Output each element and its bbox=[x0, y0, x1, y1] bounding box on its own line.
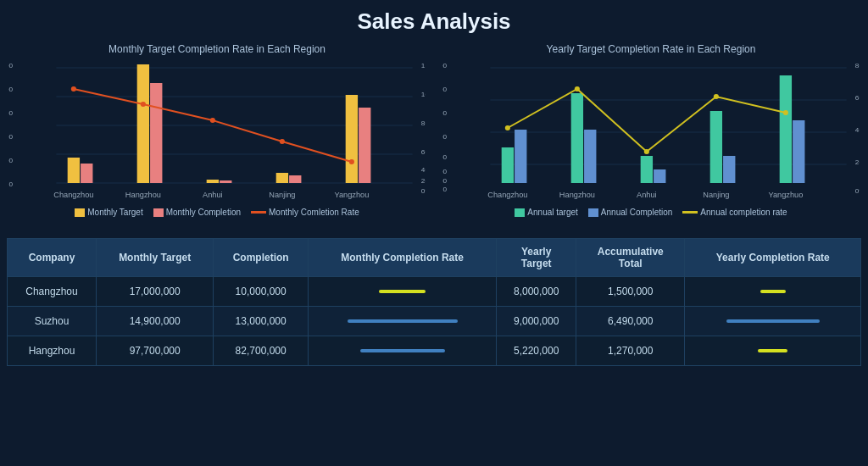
svg-text:80000000: 80000000 bbox=[8, 86, 14, 93]
svg-text:20000000: 20000000 bbox=[8, 157, 14, 164]
svg-text:20%: 20% bbox=[855, 158, 860, 166]
svg-point-67 bbox=[644, 149, 649, 154]
cell-monthly-target: 17,000,000 bbox=[96, 277, 213, 307]
svg-text:100000000: 100000000 bbox=[8, 62, 14, 69]
legend-monthly-rate: Monthly Comletion Rate bbox=[251, 208, 359, 217]
svg-rect-26 bbox=[346, 95, 358, 183]
svg-text:80%: 80% bbox=[421, 119, 426, 127]
svg-text:2000000: 2000000 bbox=[442, 177, 448, 185]
data-table: Company Monthly Target Completion Monthl… bbox=[0, 238, 868, 366]
svg-text:0%: 0% bbox=[421, 187, 426, 195]
cell-yearly-target: 5,220,000 bbox=[497, 336, 576, 366]
svg-point-28 bbox=[71, 86, 76, 92]
svg-rect-61 bbox=[710, 111, 722, 183]
svg-point-69 bbox=[783, 110, 788, 115]
svg-rect-21 bbox=[150, 83, 162, 183]
svg-point-66 bbox=[575, 86, 580, 92]
cell-completion: 10,000,000 bbox=[214, 277, 308, 307]
svg-text:6000000: 6000000 bbox=[442, 153, 448, 161]
svg-text:80%: 80% bbox=[855, 62, 860, 69]
col-completion: Completion bbox=[214, 239, 308, 277]
svg-text:40%: 40% bbox=[421, 166, 426, 174]
svg-text:Hangzhou: Hangzhou bbox=[125, 191, 161, 199]
cell-monthly-rate-bar bbox=[308, 307, 496, 336]
cell-yearly-rate-bar bbox=[685, 307, 861, 336]
svg-text:Nanjing: Nanjing bbox=[269, 191, 295, 199]
svg-rect-57 bbox=[571, 93, 583, 183]
page-title: Sales Analysis bbox=[0, 0, 868, 39]
cell-accumulative: 1,270,000 bbox=[576, 336, 685, 366]
cell-monthly-rate-bar bbox=[308, 277, 496, 307]
svg-rect-27 bbox=[359, 108, 370, 183]
right-chart-area: 14000000 12000000 10000000 8000000 60000… bbox=[442, 58, 860, 206]
cell-monthly-target: 97,700,000 bbox=[96, 336, 213, 366]
svg-point-32 bbox=[349, 159, 354, 164]
col-monthly-rate: Monthly Completion Rate bbox=[308, 239, 496, 277]
cell-company: Suzhou bbox=[8, 307, 97, 336]
svg-text:60000000: 60000000 bbox=[8, 109, 14, 117]
svg-text:10000000: 10000000 bbox=[442, 109, 448, 117]
svg-text:14000000: 14000000 bbox=[442, 62, 448, 69]
svg-text:Changzhou: Changzhou bbox=[487, 191, 527, 199]
svg-rect-25 bbox=[289, 175, 301, 183]
svg-text:Changzhou: Changzhou bbox=[53, 191, 93, 199]
svg-point-29 bbox=[141, 102, 146, 107]
svg-text:8000000: 8000000 bbox=[442, 133, 448, 141]
cell-monthly-target: 14,900,000 bbox=[96, 307, 213, 336]
svg-text:120%: 120% bbox=[421, 62, 426, 69]
left-chart-title: Monthly Target Completion Rate in Each R… bbox=[8, 43, 426, 55]
table-row: Suzhou 14,900,000 13,000,000 9,000,000 6… bbox=[8, 307, 861, 336]
svg-rect-58 bbox=[584, 130, 596, 183]
left-chart: Monthly Target Completion Rate in Each R… bbox=[0, 39, 434, 238]
col-company: Company bbox=[8, 239, 97, 277]
right-chart-title: Yearly Target Completion Rate in Each Re… bbox=[442, 43, 860, 55]
cell-yearly-target: 9,000,000 bbox=[497, 307, 576, 336]
svg-rect-22 bbox=[207, 180, 219, 183]
svg-text:60%: 60% bbox=[421, 148, 426, 156]
svg-point-30 bbox=[210, 118, 215, 123]
legend-annual-rate: Annual completion rate bbox=[682, 208, 787, 217]
cell-company: Hangzhou bbox=[8, 336, 97, 366]
legend-monthly-target: Monthly Target bbox=[75, 208, 142, 217]
svg-text:4000000: 4000000 bbox=[442, 168, 448, 175]
svg-text:Hangzhou: Hangzhou bbox=[559, 191, 595, 199]
svg-text:0%: 0% bbox=[855, 187, 860, 195]
cell-yearly-rate-bar bbox=[685, 277, 861, 307]
svg-text:Yangzhuo: Yangzhuo bbox=[768, 191, 803, 199]
svg-point-68 bbox=[714, 94, 719, 99]
svg-text:Yangzhou: Yangzhou bbox=[334, 191, 369, 199]
svg-rect-24 bbox=[276, 173, 288, 183]
cell-yearly-target: 8,000,000 bbox=[497, 277, 576, 307]
left-chart-area: 100000000 80000000 60000000 40000000 200… bbox=[8, 58, 426, 206]
svg-rect-56 bbox=[515, 130, 526, 183]
svg-text:Nanjing: Nanjing bbox=[703, 191, 729, 199]
svg-text:0: 0 bbox=[9, 180, 14, 188]
table-row: Hangzhou 97,700,000 82,700,000 5,220,000… bbox=[8, 336, 861, 366]
svg-rect-64 bbox=[793, 120, 804, 183]
cell-accumulative: 1,500,000 bbox=[576, 277, 685, 307]
cell-completion: 13,000,000 bbox=[214, 307, 308, 336]
col-yearly-target: Yearly Target bbox=[497, 239, 576, 277]
svg-rect-18 bbox=[68, 158, 80, 183]
svg-point-31 bbox=[280, 139, 285, 144]
legend-annual-target: Annual target bbox=[515, 208, 578, 217]
left-chart-legend: Monthly Target Monthly Completion Monthl… bbox=[8, 208, 426, 217]
svg-text:20%: 20% bbox=[421, 177, 426, 185]
svg-text:0: 0 bbox=[443, 186, 448, 193]
svg-text:40%: 40% bbox=[855, 126, 860, 134]
svg-rect-23 bbox=[220, 180, 231, 183]
legend-annual-completion: Annual Completion bbox=[588, 208, 673, 217]
col-yearly-rate: Yearly Completion Rate bbox=[685, 239, 861, 277]
right-chart: Yearly Target Completion Rate in Each Re… bbox=[434, 39, 868, 238]
svg-rect-59 bbox=[641, 156, 653, 183]
cell-accumulative: 6,490,000 bbox=[576, 307, 685, 336]
svg-rect-55 bbox=[502, 147, 514, 183]
cell-completion: 82,700,000 bbox=[214, 336, 308, 366]
cell-yearly-rate-bar bbox=[685, 336, 861, 366]
col-accumulative: Accumulative Total bbox=[576, 239, 685, 277]
cell-company: Changzhou bbox=[8, 277, 97, 307]
legend-monthly-completion: Monthly Completion bbox=[153, 208, 241, 217]
svg-rect-19 bbox=[81, 164, 92, 183]
cell-monthly-rate-bar bbox=[308, 336, 496, 366]
col-monthly-target: Monthly Target bbox=[96, 239, 213, 277]
